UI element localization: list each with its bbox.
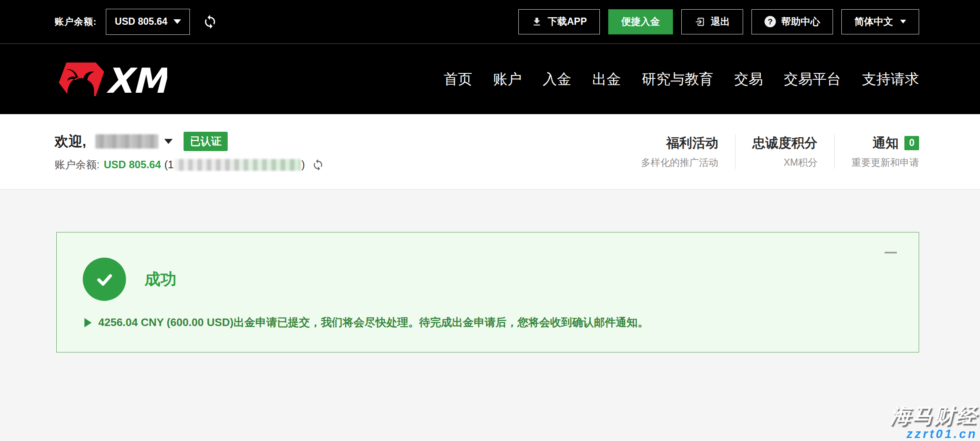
notifications-count-badge: 0 <box>904 136 919 150</box>
quick-links: 福利活动 多样化的推广活动 忠诚度积分 XM积分 通知0 重要更新和申请 <box>624 134 919 169</box>
nav-item-withdraw[interactable]: 出金 <box>592 70 621 89</box>
logout-label: 退出 <box>711 15 730 28</box>
verified-badge: 已认证 <box>184 132 228 151</box>
alert-message: 4256.04 CNY (600.00 USD)出金申请已提交，我们将会尽快处理… <box>98 315 649 330</box>
language-label: 简体中文 <box>854 15 893 28</box>
account-number-suffix: ) <box>301 159 305 171</box>
refresh-account-icon[interactable] <box>312 159 324 171</box>
alert-title: 成功 <box>145 269 176 290</box>
quick-link-subtitle: 多样化的推广活动 <box>641 156 718 169</box>
quick-link-notifications[interactable]: 通知0 重要更新和申请 <box>834 134 919 169</box>
triangle-bullet-icon <box>84 318 92 327</box>
quick-link-subtitle: XM积分 <box>752 156 817 169</box>
nav-item-support[interactable]: 支持请求 <box>862 70 919 89</box>
nav-item-deposit[interactable]: 入金 <box>543 70 571 89</box>
account-number-prefix: (1 <box>164 159 173 171</box>
language-selector-button[interactable]: 简体中文 <box>841 9 919 34</box>
quick-link-title[interactable]: 福利活动 <box>641 134 718 152</box>
help-center-label: 帮助中心 <box>781 15 820 28</box>
quick-link-loyalty[interactable]: 忠诚度积分 XM积分 <box>735 134 834 169</box>
chevron-down-icon <box>900 20 906 23</box>
welcome-greeting-row: 欢迎, 已认证 <box>55 132 324 151</box>
nav-item-trading[interactable]: 交易 <box>734 70 763 89</box>
quick-deposit-label: 便捷入金 <box>621 15 660 28</box>
balance-label: 账户余额: <box>55 158 100 172</box>
question-mark-icon: ? <box>765 16 776 27</box>
logout-icon <box>694 16 705 27</box>
success-alert-panel: 成功 4256.04 CNY (600.00 USD)出金申请已提交，我们将会尽… <box>56 232 919 352</box>
logout-button[interactable]: 退出 <box>681 9 743 34</box>
alert-message-row: 4256.04 CNY (600.00 USD)出金申请已提交，我们将会尽快处理… <box>84 315 919 330</box>
xm-logo[interactable]: XM <box>55 59 167 99</box>
refresh-balance-icon[interactable] <box>202 14 218 29</box>
quick-link-title[interactable]: 通知0 <box>851 134 919 152</box>
logo-wordmark: XM <box>106 61 167 99</box>
account-balance-value: USD 805.64 <box>115 16 167 27</box>
main-content: 成功 4256.04 CNY (600.00 USD)出金申请已提交，我们将会尽… <box>0 190 980 441</box>
welcome-greeting: 欢迎, <box>55 132 86 151</box>
main-navbar: XM 首页 账户 入金 出金 研究与教育 交易 交易平台 支持请求 <box>0 44 980 114</box>
blurred-account-number <box>174 159 300 171</box>
nav-item-platforms[interactable]: 交易平台 <box>784 70 841 89</box>
nav-item-research-education[interactable]: 研究与教育 <box>642 70 713 89</box>
collapse-dash-icon[interactable] <box>885 252 897 253</box>
blurred-username <box>95 134 158 149</box>
welcome-strip: 欢迎, 已认证 账户余额: USD 805.64 (1 ) 福利活动 多样化的推… <box>0 114 980 190</box>
topbar-balance-label: 账户余额: <box>55 16 97 28</box>
top-account-bar: 账户余额: USD 805.64 下载APP 便捷入金 退出 ? 帮助中心 简体… <box>0 0 980 44</box>
nav-item-home[interactable]: 首页 <box>444 70 472 89</box>
notifications-label: 通知 <box>872 136 899 150</box>
nav-links: 首页 账户 入金 出金 研究与教育 交易 交易平台 支持请求 <box>444 70 919 89</box>
welcome-balance-row: 账户余额: USD 805.64 (1 ) <box>55 158 324 172</box>
download-app-button[interactable]: 下载APP <box>518 9 600 34</box>
balance-value: USD 805.64 <box>104 159 161 171</box>
quick-link-subtitle: 重要更新和申请 <box>851 156 919 169</box>
welcome-left: 欢迎, 已认证 账户余额: USD 805.64 (1 ) <box>55 132 324 172</box>
account-menu-chevron-icon[interactable] <box>164 139 173 144</box>
quick-link-title[interactable]: 忠诚度积分 <box>752 134 817 152</box>
success-check-icon <box>83 258 126 301</box>
help-center-button[interactable]: ? 帮助中心 <box>751 9 833 34</box>
download-app-label: 下载APP <box>548 15 587 28</box>
download-icon <box>531 16 542 27</box>
account-balance-dropdown[interactable]: USD 805.64 <box>106 9 189 35</box>
topbar-buttons: 下载APP 便捷入金 退出 ? 帮助中心 简体中文 <box>518 9 919 34</box>
nav-item-account[interactable]: 账户 <box>493 70 522 89</box>
quick-deposit-button[interactable]: 便捷入金 <box>608 9 673 34</box>
quick-link-promotions[interactable]: 福利活动 多样化的推广活动 <box>624 134 735 169</box>
chevron-down-icon <box>173 19 181 24</box>
alert-header: 成功 <box>83 258 919 301</box>
